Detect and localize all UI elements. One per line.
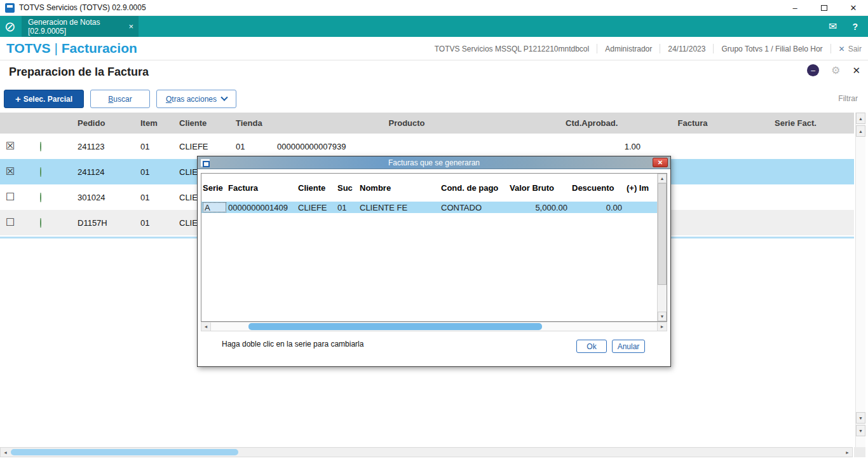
col-factura[interactable]: Factura — [648, 118, 737, 128]
module-header: TOTVS | Facturacion TOTVS Servicios MSSQ… — [0, 37, 868, 60]
cell-pedido: 241124 — [66, 167, 133, 177]
main-vertical-scrollbar[interactable]: ▲ ▲ ▼ ▼ — [855, 113, 865, 457]
dialog-close-button[interactable]: ✕ — [653, 158, 668, 167]
dcol-cond-pago[interactable]: Cond. de pago — [440, 183, 508, 193]
other-actions-label: Otras acciones — [166, 95, 217, 104]
dialog-titlebar[interactable]: Facturas que se generaran ✕ — [198, 156, 670, 169]
current-date: 24/11/2023 — [668, 45, 705, 53]
search-button[interactable]: Buscar — [90, 90, 150, 108]
facturas-dialog: Facturas que se generaran ✕ Serie Factur… — [197, 156, 671, 367]
col-tienda[interactable]: Tienda — [229, 118, 273, 128]
cell-item: 01 — [133, 167, 165, 177]
col-ctd-aprobad[interactable]: Ctd.Aprobad. — [540, 118, 648, 128]
col-item[interactable]: Item — [133, 118, 165, 128]
dcol-nombre[interactable]: Nombre — [358, 183, 440, 193]
exit-label: Sair — [848, 45, 862, 53]
help-icon[interactable]: ? — [852, 22, 858, 32]
dcol-valor-bruto[interactable]: Valor Bruto — [508, 183, 571, 193]
mail-icon[interactable]: ✉ — [829, 20, 837, 32]
cell-pedido: 241123 — [66, 142, 133, 151]
dcell-cliente: CLIEFE — [297, 203, 336, 212]
vertical-scroll-thumb[interactable] — [658, 183, 667, 285]
close-button[interactable]: ✕ — [839, 0, 868, 16]
dialog-grid: Serie Factura Cliente Suc Nombre Cond. d… — [201, 173, 667, 322]
main-horizontal-scrollbar[interactable]: ◄ ► — [0, 447, 853, 457]
other-actions-button[interactable]: Otras acciones — [156, 90, 236, 108]
scroll-down-icon[interactable]: ▼ — [856, 425, 865, 436]
dcol-cliente[interactable]: Cliente — [297, 183, 336, 193]
col-cliente[interactable]: Cliente — [165, 118, 229, 128]
dialog-vertical-scrollbar[interactable]: ▲ ▼ — [657, 174, 667, 321]
filter-link[interactable]: Filtrar — [838, 94, 858, 103]
dcell-factura: 0000000001409 — [227, 203, 297, 212]
window-controls: – ✕ — [780, 0, 868, 16]
status-green-icon — [40, 218, 41, 228]
col-pedido[interactable]: Pedido — [66, 118, 133, 128]
select-partial-button[interactable]: + Selec. Parcial — [4, 90, 84, 108]
main-horizontal-scroll-thumb[interactable] — [11, 449, 238, 455]
dialog-table-row[interactable]: A 0000000001409 CLIEFE 01 CLIENTE FE CON… — [201, 202, 657, 213]
cell-pedido: D1157H — [66, 218, 133, 228]
window-titlebar: TOTVS Servicios (TOTVS) 02.9.0005 – ✕ — [0, 0, 868, 16]
dcol-impuesto[interactable]: (+) Im — [625, 183, 657, 193]
dcol-descuento[interactable]: Descuento — [571, 183, 625, 193]
cancel-button[interactable]: Anular — [612, 340, 645, 353]
assistant-icon[interactable]: – — [807, 64, 819, 76]
col-producto[interactable]: Producto — [273, 118, 540, 128]
tab-generacion-de-notas[interactable]: Generacion de Notas [02.9.0005] × — [22, 16, 139, 37]
cell-producto: 000000000007939 — [273, 142, 540, 151]
row-checkbox[interactable]: ☐ — [0, 218, 31, 228]
page-icons: – ⚙ ✕ — [807, 64, 860, 76]
brand-divider: | — [54, 41, 61, 55]
scroll-up-icon[interactable]: ▲ — [658, 174, 667, 183]
dialog-horizontal-scrollbar[interactable]: ◄ ► — [201, 322, 667, 331]
page-close-icon[interactable]: ✕ — [852, 65, 860, 76]
dcell-serie[interactable]: A — [201, 202, 227, 212]
totvs-logo-icon[interactable]: ⊘ — [4, 18, 16, 34]
scroll-down-icon[interactable]: ▼ — [658, 312, 667, 321]
scroll-down-icon[interactable]: ▼ — [856, 412, 865, 424]
col-serie-fact[interactable]: Serie Fact. — [737, 118, 854, 128]
exit-button[interactable]: ✕ Sair — [839, 45, 862, 53]
dcol-factura[interactable]: Factura — [227, 183, 297, 193]
scroll-up-icon[interactable]: ▲ — [856, 125, 865, 137]
dialog-hint-text: Haga doble clic en la serie para cambiar… — [222, 340, 363, 349]
gear-icon[interactable]: ⚙ — [831, 64, 840, 76]
row-checkbox[interactable]: ☒ — [0, 141, 31, 151]
window-title: TOTVS Servicios (TOTVS) 02.9.0005 — [19, 3, 146, 12]
dcol-serie[interactable]: Serie — [201, 183, 227, 193]
cell-ctd: 1.00 — [540, 142, 648, 151]
dcell-cond-pago: CONTADO — [440, 203, 508, 212]
toolbar: + Selec. Parcial Buscar Otras acciones F… — [0, 86, 868, 113]
dialog-system-icon[interactable] — [200, 158, 210, 167]
scroll-left-icon[interactable]: ◄ — [1, 448, 10, 457]
scroll-right-icon[interactable]: ► — [657, 322, 667, 331]
scrollbar-corner — [854, 447, 865, 457]
dcol-suc[interactable]: Suc — [336, 183, 358, 193]
dcell-suc: 01 — [336, 203, 358, 212]
brand-totvs: TOTVS — [6, 41, 51, 55]
brand-title: TOTVS | Facturacion — [6, 41, 137, 56]
maximize-icon — [821, 5, 827, 11]
tab-label: Generacion de Notas [02.9.0005] — [28, 18, 124, 36]
serie-focus-cell[interactable]: A — [203, 202, 226, 212]
ok-button[interactable]: Ok — [576, 340, 607, 353]
app-root: { "window": { "title": "TOTVS Servicios … — [0, 0, 868, 463]
row-checkbox[interactable]: ☒ — [0, 167, 31, 177]
plus-icon: + — [15, 93, 21, 104]
minimize-button[interactable]: – — [780, 0, 810, 16]
tab-close-icon[interactable]: × — [128, 22, 133, 31]
exit-x-icon: ✕ — [839, 45, 845, 53]
environment-name: TOTVS Servicios MSSQL P1212210mntdbcol — [435, 45, 589, 53]
row-checkbox[interactable]: ☐ — [0, 192, 31, 202]
table-row[interactable]: ☒ 241123 01 CLIEFE 01 000000000007939 1.… — [0, 134, 854, 159]
scroll-up-icon[interactable]: ▲ — [856, 113, 865, 124]
chevron-down-icon — [220, 93, 227, 100]
scroll-right-icon[interactable]: ► — [843, 448, 852, 457]
cell-cliente: CLIEFE — [165, 142, 229, 151]
horizontal-scroll-thumb[interactable] — [248, 323, 542, 330]
grid-header-row: Pedido Item Cliente Tienda Producto Ctd.… — [0, 113, 854, 134]
maximize-button[interactable] — [810, 0, 839, 16]
scroll-left-icon[interactable]: ◄ — [201, 322, 211, 331]
divider — [660, 44, 660, 53]
